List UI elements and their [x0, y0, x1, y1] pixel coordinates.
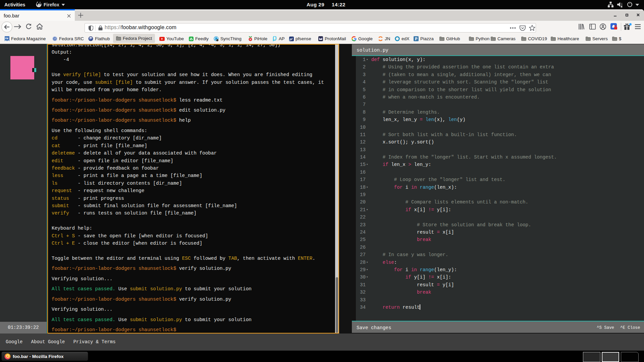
svg-text:pf: pf — [289, 37, 293, 41]
svg-text:FM: FM — [5, 37, 8, 40]
